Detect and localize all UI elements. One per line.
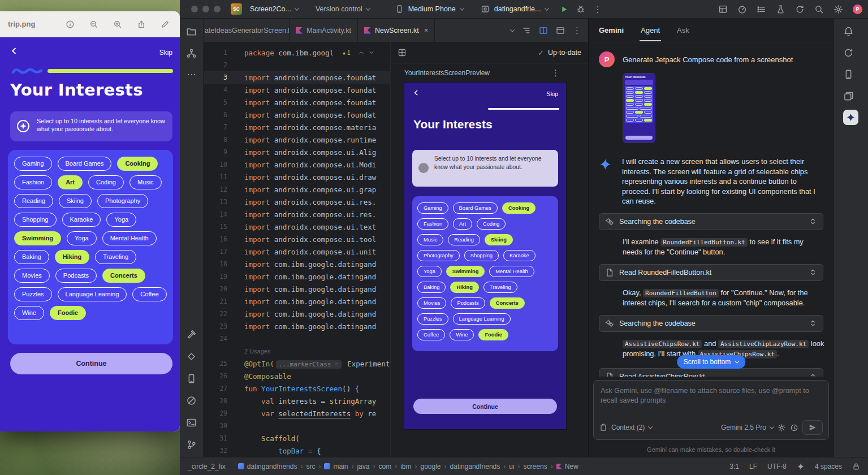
share-icon[interactable] bbox=[137, 20, 146, 29]
debug-button[interactable] bbox=[576, 5, 585, 14]
gemini-input-placeholder[interactable]: Ask Gemini, use @filename to attach sour… bbox=[594, 381, 818, 411]
interest-chip[interactable]: Yoga bbox=[106, 213, 136, 227]
interest-chip[interactable]: Cooking bbox=[117, 157, 158, 171]
code-line[interactable]: 30 bbox=[204, 420, 390, 432]
code-line[interactable]: 25@OptIn(...markerClass = Experiment bbox=[204, 357, 390, 370]
interest-chip[interactable]: Board Games bbox=[58, 157, 112, 171]
tab-ask[interactable]: Ask bbox=[677, 26, 689, 34]
interest-chip[interactable]: Concerts bbox=[102, 269, 145, 283]
context-clipboard-icon[interactable] bbox=[599, 424, 607, 431]
tab-list-chevron-icon[interactable] bbox=[510, 27, 515, 32]
git-branch-icon[interactable] bbox=[186, 439, 197, 450]
interest-chip[interactable]: Foodie bbox=[50, 306, 86, 320]
interest-chip[interactable]: Baking bbox=[417, 282, 446, 293]
interest-chip[interactable]: Music bbox=[129, 175, 162, 189]
editor-tab[interactable]: MainActivity.kt bbox=[290, 19, 358, 42]
layout-inspector-icon[interactable] bbox=[718, 5, 728, 14]
close-window-icon[interactable] bbox=[191, 6, 198, 12]
interest-chip[interactable]: Podcasts bbox=[451, 297, 485, 309]
run-button[interactable] bbox=[560, 5, 568, 14]
git-branch-label[interactable]: _circle_2_fix bbox=[188, 463, 226, 470]
back-icon[interactable] bbox=[413, 89, 420, 99]
code-line[interactable]: 27fun YourInterestsScreen() { bbox=[204, 382, 390, 395]
caret-position[interactable]: 3:1 bbox=[729, 463, 739, 470]
notifications-bell-icon[interactable] bbox=[843, 26, 854, 37]
interest-chip[interactable]: Swimming bbox=[446, 266, 485, 277]
build-variants-icon[interactable] bbox=[186, 351, 197, 362]
interest-chip[interactable]: Movies bbox=[14, 269, 50, 283]
gradle-sync-icon[interactable] bbox=[795, 5, 805, 14]
gemini-input-box[interactable]: Ask Gemini, use @filename to attach sour… bbox=[593, 380, 829, 440]
interest-chip[interactable]: Language Learning bbox=[58, 287, 127, 301]
interest-chip[interactable]: Podcasts bbox=[55, 269, 97, 283]
preview-options-icon[interactable]: ⋮ bbox=[551, 68, 560, 77]
code-line[interactable]: 16import androidx.compose.ui.tool bbox=[204, 233, 390, 245]
chevron-down-icon[interactable] bbox=[770, 424, 774, 429]
code-line[interactable]: 17import androidx.compose.ui.unit bbox=[204, 245, 390, 258]
expand-collapse-icon[interactable] bbox=[809, 268, 817, 277]
close-icon[interactable]: × bbox=[424, 26, 429, 34]
profiler-icon[interactable] bbox=[737, 5, 747, 14]
next-problem-icon[interactable] bbox=[368, 49, 375, 56]
skip-button[interactable]: Skip bbox=[547, 90, 558, 97]
interest-chip[interactable]: Wine bbox=[14, 306, 44, 320]
code-line[interactable]: 24 bbox=[204, 332, 390, 345]
agent-action-search-codebase[interactable]: Searching the codebase bbox=[599, 213, 823, 230]
code-line[interactable]: 19import com.ibm.google.datingand bbox=[204, 270, 390, 283]
history-clock-icon[interactable] bbox=[790, 424, 798, 432]
interest-chip[interactable]: Traveling bbox=[483, 282, 517, 293]
editor-tab[interactable]: ateIdeasGeneratorScreen.kt bbox=[204, 19, 290, 42]
minimize-window-icon[interactable] bbox=[202, 6, 209, 12]
interest-chip[interactable]: Coffee bbox=[417, 329, 445, 340]
agent-action-search-codebase[interactable]: Searching the codebase bbox=[599, 315, 823, 332]
interest-chip[interactable]: Reading bbox=[14, 194, 53, 208]
breadcrumb-item[interactable]: datingandfriends bbox=[238, 463, 297, 470]
code-line[interactable]: 20import com.ibm.google.datingand bbox=[204, 283, 390, 295]
code-line[interactable]: 21import com.ibm.google.datingand bbox=[204, 295, 390, 308]
interest-chip[interactable]: Coffee bbox=[132, 287, 166, 301]
file-structure-icon[interactable] bbox=[522, 26, 531, 35]
code-line[interactable]: 10import androidx.compose.ui.Modi bbox=[204, 158, 390, 171]
editor-more-icon[interactable]: ⋮ bbox=[573, 26, 581, 34]
continue-button[interactable]: Continue bbox=[413, 399, 557, 414]
send-button[interactable] bbox=[802, 420, 823, 435]
prompt-attachment-thumbnail[interactable]: Your Interests bbox=[623, 73, 655, 143]
expand-collapse-icon[interactable] bbox=[809, 373, 817, 377]
interest-chip[interactable]: Swimming bbox=[14, 231, 61, 245]
preview-layout-icon[interactable] bbox=[398, 48, 407, 57]
search-icon[interactable] bbox=[814, 5, 824, 14]
maximize-window-icon[interactable] bbox=[214, 6, 221, 12]
running-devices-icon[interactable] bbox=[843, 69, 854, 80]
editor-window-icon[interactable] bbox=[556, 26, 565, 35]
info-icon[interactable] bbox=[66, 20, 75, 29]
code-line[interactable]: 3import androidx.compose.foundat bbox=[204, 71, 390, 84]
interest-chip[interactable]: Karaoke bbox=[62, 213, 101, 227]
chevron-down-icon[interactable] bbox=[648, 424, 653, 429]
interest-chip[interactable]: Puzzles bbox=[14, 287, 52, 301]
build-icon[interactable] bbox=[186, 329, 197, 340]
gemini-tool-button[interactable] bbox=[843, 110, 858, 125]
interest-chip[interactable]: Cooking bbox=[502, 202, 536, 214]
breadcrumb-item[interactable]: screens bbox=[524, 463, 547, 470]
interest-chip[interactable]: Movies bbox=[417, 297, 446, 309]
code-line[interactable]: 2 bbox=[204, 59, 390, 71]
interest-chip[interactable]: Language Learning bbox=[453, 313, 511, 325]
tab-agent[interactable]: Agent bbox=[641, 26, 660, 34]
code-line[interactable]: 26@Composable bbox=[204, 370, 390, 382]
interest-chip[interactable]: Wine bbox=[450, 329, 474, 340]
interest-chip[interactable]: Yoga bbox=[67, 231, 97, 245]
interest-chip[interactable]: Fashion bbox=[417, 218, 448, 230]
interest-chip[interactable]: Gaming bbox=[417, 202, 448, 214]
code-line[interactable]: 6import androidx.compose.foundat bbox=[204, 109, 390, 121]
layout-layers-icon[interactable] bbox=[843, 90, 854, 101]
gemini-settings-icon[interactable] bbox=[778, 424, 786, 432]
device-manager-icon[interactable] bbox=[186, 373, 197, 384]
run-configuration-selector[interactable]: datingandfrie... bbox=[481, 5, 549, 14]
breadcrumb-item[interactable]: src bbox=[306, 463, 315, 470]
build-analyzer-icon[interactable] bbox=[776, 5, 785, 14]
file-encoding[interactable]: UTF-8 bbox=[767, 463, 787, 470]
interest-chip[interactable]: Reading bbox=[448, 234, 480, 245]
breadcrumb-item[interactable]: ui bbox=[509, 463, 514, 470]
settings-gear-icon[interactable] bbox=[834, 5, 843, 14]
usages-hint[interactable]: 2 Usages bbox=[244, 348, 270, 355]
